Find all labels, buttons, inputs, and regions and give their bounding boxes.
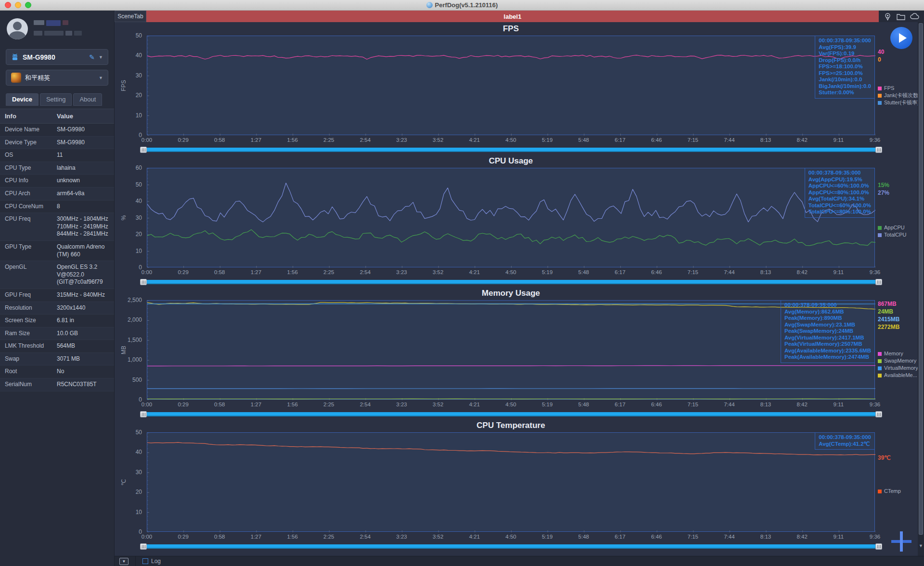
topbar-icons [879,11,924,22]
folder-icon[interactable] [897,13,905,20]
device-name: SM-G9980 [23,53,85,61]
scrollbar-track[interactable] [147,544,875,549]
tab-about[interactable]: About [73,93,102,106]
legend-item[interactable]: Memory [878,350,918,357]
scrollbar-right-grip[interactable] [875,279,882,285]
x-tick-label: 7:15 [688,137,698,143]
x-tick-label: 4:50 [505,402,516,407]
row-label: CPU Freq [5,215,57,238]
x-tick-label: 1:27 [251,402,261,407]
x-tick-label: 5:48 [578,137,589,143]
chart-scrollbar[interactable] [140,278,882,285]
chart-side-panel: 867MB24MB2415MB2272MB MemorySwapMemoryVi… [878,300,924,400]
y-tick-label: 20 [136,489,142,495]
x-tick-label: 0:58 [214,402,225,407]
tab-device[interactable]: Device [6,93,38,106]
avatar[interactable] [7,18,28,39]
y-tick-label: 1,500 [128,337,142,343]
add-chart-icon[interactable] [891,531,911,552]
label-tab[interactable]: label1 [146,11,879,22]
x-tick-label: 5:48 [578,269,589,275]
scrollbar-track[interactable] [147,412,875,416]
scrollbar-track[interactable] [147,148,875,152]
y-tick-label: 30 [136,469,142,476]
scrollbar-right-grip[interactable] [875,147,882,153]
table-row: LMK Threshold564MB [0,340,114,353]
legend-item[interactable]: AvailableMe... [878,372,918,379]
stats-overlay: 00:00:378-09:35:000 Avg(CTemp):41.2℃ [815,432,875,450]
game-selector[interactable]: 和平精英 ▼ [6,70,108,86]
scrollbar-left-grip[interactable] [140,543,147,550]
x-tick-label: 6:46 [651,269,662,275]
vertical-scrollbar[interactable]: ▼ [918,22,924,556]
y-axis-ticks: 50403020100 [115,32,144,138]
legend-item[interactable]: CTemp [878,488,901,495]
bottom-bar: ▼ Log [115,556,924,566]
x-tick-label: 3:23 [396,269,407,275]
chevron-down-icon[interactable]: ▼ [99,75,103,80]
legend-swatch [878,490,882,493]
tab-setting[interactable]: Setting [40,93,72,106]
scroll-down-arrow[interactable]: ▼ [918,542,924,549]
scene-tab-button[interactable]: SceneTab [115,11,146,22]
scrollbar-right-grip[interactable] [875,411,882,417]
scrollbar-left-grip[interactable] [140,411,147,417]
legend-item[interactable]: AppCPU [878,224,906,231]
x-tick-label: 8:13 [760,269,771,275]
chart-scrollbar[interactable] [140,543,882,550]
chart-scrollbar[interactable] [140,411,882,417]
legend-item[interactable]: FPS [878,85,920,92]
scrollbar-left-grip[interactable] [140,147,147,153]
y-tick-label: 20 [136,92,142,99]
edit-device-icon[interactable]: ✎ [89,53,95,61]
row-value: R5CNC03T85T [57,381,109,389]
y-tick-label: 2,500 [128,297,142,303]
legend-item[interactable]: TotalCPU [878,231,906,239]
play-button[interactable] [890,27,912,49]
row-label: GPU Type [5,243,57,258]
x-tick-label: 0:29 [178,269,188,275]
y-axis-ticks: 50403020100 [115,429,144,535]
location-icon[interactable] [884,13,892,21]
x-tick-label: 7:44 [724,534,734,540]
chevron-down-icon[interactable]: ▼ [99,55,103,60]
row-value: 300MHz - 1804MHz 710MHz - 2419MHz 844MHz… [57,215,109,238]
sidebar: SM-G9980 ✎ ▼ 和平精英 ▼ DeviceSettingAbout I… [0,11,115,566]
scrollbar-thumb[interactable] [919,23,923,535]
collapse-panel-button[interactable]: ▼ [119,558,128,565]
x-tick-label: 4:50 [505,137,516,143]
scrollbar-track[interactable] [147,280,875,284]
scrollbar-right-grip[interactable] [875,543,882,550]
current-value: 2415MB [878,315,899,323]
x-tick-label: 9:36 [870,269,880,275]
current-value: 2272MB [878,323,899,331]
row-label: GPU Freq [5,291,57,299]
legend: FPSJank(卡顿次数)Stutter(卡顿率) [878,85,920,106]
chart: Memory Usage MB 2,5002,0001,5001,0005000… [115,287,917,419]
current-values: 39℃ [878,454,891,462]
legend-item[interactable]: Stutter(卡顿率) [878,99,920,106]
log-checkbox[interactable] [142,558,148,564]
legend-item[interactable]: SwapMemory [878,357,918,365]
legend-swatch [878,359,882,363]
log-toggle[interactable]: Log [142,558,161,565]
legend-item[interactable]: Jank(卡顿次数) [878,92,920,99]
current-value: 27% [878,189,889,197]
x-tick-label: 6:46 [651,534,662,540]
x-tick-label: 6:17 [615,137,625,143]
y-tick-label: 60 [136,164,142,171]
device-selector[interactable]: SM-G9980 ✎ ▼ [6,49,108,65]
current-value: 15% [878,181,889,189]
chart-scrollbar[interactable] [140,146,882,153]
scrollbar-left-grip[interactable] [140,279,147,285]
cloud-icon[interactable] [910,13,919,20]
table-row: OS11 [0,149,114,162]
user-id-redacted [34,31,82,36]
x-tick-label: 2:54 [360,269,371,275]
legend-label: TotalCPU [884,231,906,239]
legend-item[interactable]: VirtualMemory [878,365,918,372]
chart-title: Memory Usage [147,289,875,298]
series-line-FPS [147,55,875,60]
x-tick-label: 1:56 [287,534,297,540]
charts-container: FPS FPS 50403020100 00:00:378-09:35:000 … [115,22,917,551]
